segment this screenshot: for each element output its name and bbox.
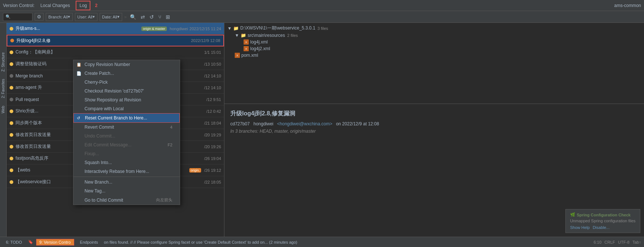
date-filter[interactable]: Date: All: [100, 13, 122, 21]
todo-tab[interactable]: 6: TODO: [3, 239, 25, 245]
detail-panel: 升级log4j到2.8,修复漏洞 cd727b07 hongdiwei <hon…: [224, 104, 644, 237]
main-layout: Z: Structure 2: Favorites Web 升级ams-s...…: [0, 23, 644, 237]
version-control-tab[interactable]: 9: Version Contro: [36, 239, 74, 246]
commit-author: hongdiwei: [170, 27, 188, 31]
commit-dot: [10, 145, 13, 149]
status-right: 6:10 CRLF UTF-8 Tab↑: [593, 240, 641, 244]
list-item[interactable]: X pom.xml: [226, 52, 643, 59]
tree-root[interactable]: ▼ 📁 D:\XWSVN\1\一期\webservice_5.3.0.1 3 f…: [226, 24, 643, 32]
ctx-label: Compare with Local: [85, 106, 124, 111]
commit-date: /13 10:50: [204, 62, 221, 66]
commit-author-detail: hongdiwei: [254, 121, 273, 126]
list-item[interactable]: X log4j.xml: [226, 39, 643, 45]
ctx-show-repository[interactable]: Show Repository at Revision: [73, 95, 180, 104]
search-icon: 🔍: [6, 14, 11, 19]
ctx-copy-revision[interactable]: 📋 Copy Revision Number: [73, 60, 180, 69]
commit-email: <hongdiwei@wxchina.com>: [277, 121, 333, 126]
layout-button[interactable]: ⊞: [165, 14, 171, 20]
search-toolbar-button[interactable]: 🔍: [129, 14, 137, 20]
ctx-label: Edit Commit Message...: [85, 142, 131, 147]
patch-icon: 📄: [76, 71, 82, 76]
fetch-button[interactable]: ⇄: [140, 14, 146, 20]
status-message: on files found. // // Please configure S…: [104, 240, 591, 244]
ctx-label: Checkout Revision 'cd727b07': [85, 88, 144, 94]
file-name: log4j2.xml: [250, 46, 270, 51]
commit-date: /22 18:05: [204, 180, 221, 184]
tree-expand-icon[interactable]: ▼: [235, 33, 239, 38]
tab-log[interactable]: Log: [76, 1, 90, 10]
spring-popup-title: Spring Configuration Check: [577, 213, 631, 217]
xml-file-icon: X: [235, 53, 240, 58]
commit-date: /12 0:42: [206, 109, 221, 114]
folder-icon: 📁: [233, 26, 239, 31]
branch-view-button[interactable]: ⑂: [157, 14, 162, 20]
top-bar: Version Control: Local Changes Log 2 ams…: [0, 0, 644, 11]
bookmark-icon[interactable]: 🔖: [28, 240, 33, 244]
tab-local-changes[interactable]: Local Changes: [37, 1, 73, 10]
ctx-revert-commit[interactable]: Revert Commit 4: [73, 123, 180, 132]
commit-date: /20 19:26: [204, 145, 221, 149]
ctx-shortcut: F2: [168, 143, 172, 147]
commit-dot: [10, 74, 13, 78]
line-ending[interactable]: CRLF: [605, 240, 615, 244]
tab-num-badge: 2: [93, 3, 97, 8]
commit-date: 2022/12/9 12:08: [191, 38, 220, 43]
toolbar-sep-1: »: [124, 14, 127, 20]
folder-icon: 📁: [241, 33, 246, 38]
ctx-go-to-child[interactable]: Go to Child Commit 向左箭头: [73, 195, 180, 205]
ctx-shortcut: 向左箭头: [156, 197, 172, 203]
ctx-reset-branch[interactable]: ↺ Reset Current Branch to Here...: [73, 113, 180, 123]
settings-button[interactable]: ⚙: [35, 13, 44, 21]
commit-text: 升级ams-s...: [16, 25, 141, 32]
user-filter[interactable]: User: All: [75, 13, 97, 21]
list-item[interactable]: X log4j2.xml: [226, 45, 643, 52]
commit-date: /20 19:29: [204, 133, 221, 137]
tree-expand-icon[interactable]: ▼: [227, 26, 232, 31]
indent[interactable]: Tab↑: [633, 240, 641, 244]
show-help-link[interactable]: Show Help: [570, 225, 590, 230]
ctx-new-branch[interactable]: New Branch...: [73, 178, 180, 187]
commit-date: /12 14:10: [204, 86, 221, 90]
endpoints-tab[interactable]: Endpoints: [77, 239, 101, 245]
table-row[interactable]: 升级ams-s... origin & master hongdiwei 202…: [7, 23, 224, 35]
commit-badge: origin,: [189, 168, 202, 173]
ctx-compare-local[interactable]: Compare with Local: [73, 104, 180, 113]
ctx-cherry-pick[interactable]: Cherry-Pick: [73, 78, 180, 87]
sidebar-item-favorites[interactable]: 2: Favorites: [1, 79, 5, 98]
commit-date: /12 14:10: [204, 74, 221, 78]
commit-dot: [10, 121, 13, 125]
commit-dot: [10, 133, 13, 137]
commit-text: 升级log4j到2.8,修: [16, 38, 189, 44]
tree-src[interactable]: ▼ 📁 src\main\resources 2 files: [226, 32, 643, 39]
disable-link[interactable]: Disable...: [593, 225, 610, 230]
commit-date: /12 9:51: [206, 97, 221, 102]
commit-dot: [10, 98, 13, 101]
ctx-label: Interactively Rebase from Here...: [85, 169, 149, 174]
spring-leaf-icon: 🌿: [570, 212, 575, 217]
ctx-fixup[interactable]: Fixup...: [73, 149, 180, 158]
ctx-undo-commit[interactable]: Undo Commit...: [73, 132, 180, 140]
ctx-edit-message[interactable]: Edit Commit Message... F2: [73, 140, 180, 149]
search-input[interactable]: 🔍: [3, 13, 32, 21]
sidebar-item-structure[interactable]: Z: Structure: [1, 52, 5, 72]
ctx-shortcut: 4: [170, 125, 172, 129]
sidebar-item-web[interactable]: Web: [1, 106, 5, 113]
table-row[interactable]: 升级log4j到2.8,修 2022/12/9 12:08: [7, 35, 224, 46]
left-tabs: Z: Structure 2: Favorites Web: [0, 23, 7, 237]
branch-filter[interactable]: Branch: All: [46, 13, 73, 21]
ctx-squash[interactable]: Squash Into...: [73, 158, 180, 167]
commit-dot: [10, 109, 13, 113]
ctx-label: Go to Child Commit: [85, 198, 123, 203]
ctx-checkout-revision[interactable]: Checkout Revision 'cd727b07': [73, 87, 180, 95]
encoding[interactable]: UTF-8: [618, 240, 630, 244]
commit-list-panel: 升级ams-s... origin & master hongdiwei 202…: [7, 23, 224, 237]
ctx-interactive-rebase[interactable]: Interactively Rebase from Here...: [73, 167, 180, 176]
ctx-separator: [73, 177, 180, 177]
commit-dot: [10, 180, 13, 184]
table-row[interactable]: Config：【南网鼎】 1/1 15:01: [7, 46, 224, 58]
version-control-label: Version Control:: [3, 3, 34, 8]
ctx-create-patch[interactable]: 📄 Create Patch...: [73, 69, 180, 78]
refresh-button[interactable]: ↺: [148, 14, 155, 20]
copy-icon: 📋: [76, 62, 82, 67]
ctx-new-tag[interactable]: New Tag...: [73, 187, 180, 195]
